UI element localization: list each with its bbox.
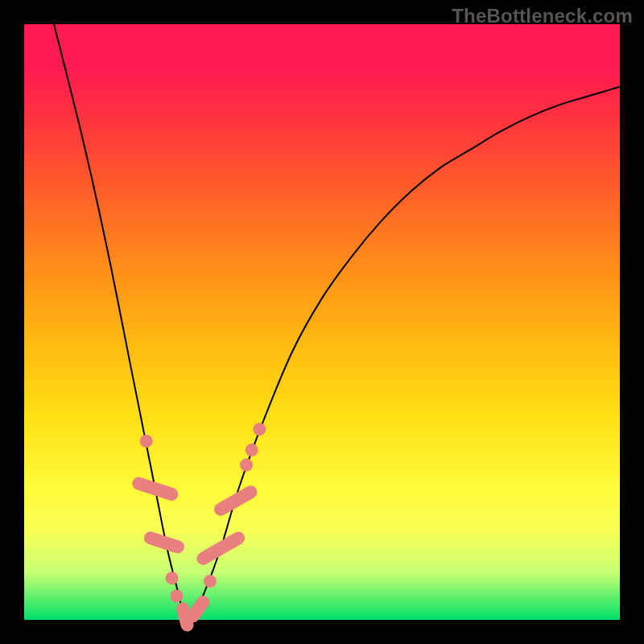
bottleneck-curve	[54, 24, 620, 623]
chart-frame: TheBottleneck.com	[0, 0, 644, 644]
marker-pill	[130, 475, 180, 502]
marker-dot	[140, 435, 153, 448]
marker-pill	[212, 483, 259, 518]
curve-layer	[24, 24, 620, 620]
marker-dot	[240, 459, 253, 472]
marker-dot	[204, 575, 217, 588]
marker-pill	[194, 530, 247, 568]
marker-dot	[170, 589, 183, 602]
marker-dot	[253, 423, 266, 436]
marker-dot	[166, 572, 179, 584]
plot-area	[24, 24, 620, 620]
marker-layer	[130, 423, 266, 633]
marker-dot	[246, 444, 258, 456]
